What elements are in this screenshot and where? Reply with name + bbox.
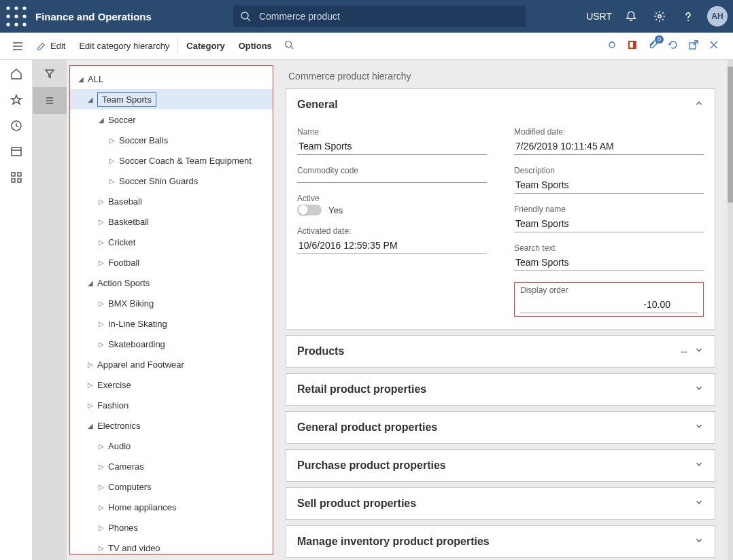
modified-field[interactable]: 7/26/2019 10:11:45 AM bbox=[514, 138, 704, 155]
tree-item[interactable]: ◢Soccer bbox=[70, 109, 273, 130]
caret-down-icon[interactable]: ◢ bbox=[77, 75, 85, 83]
tree-item[interactable]: ◢ALL bbox=[70, 69, 273, 89]
display-order-field[interactable]: -10.00 bbox=[520, 296, 698, 313]
nav-favorites-icon[interactable] bbox=[0, 94, 33, 106]
tree-item[interactable]: ◢Action Sports bbox=[70, 273, 273, 293]
global-search[interactable]: Commerce product bbox=[233, 5, 526, 27]
active-toggle[interactable]: Yes bbox=[297, 205, 487, 215]
tree-item[interactable]: ▷Apparel and Footwear bbox=[70, 354, 273, 374]
tree-item[interactable]: ▷Phones bbox=[70, 517, 273, 538]
caret-down-icon[interactable]: ◢ bbox=[86, 422, 95, 430]
caret-right-icon[interactable]: ▷ bbox=[97, 218, 105, 226]
panel-manage-inv-header[interactable]: Manage inventory product properties bbox=[286, 526, 715, 557]
tree-item[interactable]: ◢Electronics bbox=[70, 415, 273, 436]
caret-down-icon[interactable]: ◢ bbox=[86, 279, 95, 287]
close-icon[interactable] bbox=[709, 39, 719, 52]
tree-item[interactable]: ▷Soccer Coach & Team Equipment bbox=[70, 150, 273, 171]
panel-sell-header[interactable]: Sell product properties bbox=[286, 488, 715, 519]
panel-products-header[interactable]: Products -- bbox=[286, 336, 715, 367]
tree-item[interactable]: ▷Basketball bbox=[70, 211, 273, 232]
tree-item[interactable]: ▷Exercise bbox=[70, 374, 273, 395]
caret-right-icon[interactable]: ▷ bbox=[97, 504, 105, 511]
tree-item[interactable]: ▷Cameras bbox=[70, 456, 273, 476]
svg-point-4 bbox=[14, 14, 18, 18]
nav-home-icon[interactable] bbox=[0, 68, 33, 80]
caret-right-icon[interactable]: ▷ bbox=[97, 300, 105, 307]
caret-right-icon[interactable]: ▷ bbox=[97, 442, 105, 450]
tree-item[interactable]: ▷Fashion bbox=[70, 395, 273, 415]
caret-right-icon[interactable]: ▷ bbox=[108, 157, 116, 164]
edit-button[interactable]: Edit bbox=[30, 33, 72, 60]
description-field[interactable]: Team Sports bbox=[514, 177, 704, 194]
caret-right-icon[interactable]: ▷ bbox=[97, 198, 105, 205]
panel-general-pp-header[interactable]: General product properties bbox=[286, 412, 715, 443]
tree-item[interactable]: ▷Audio bbox=[70, 436, 273, 456]
tree-item[interactable]: ▷BMX Biking bbox=[70, 293, 273, 313]
filter-pane-icon[interactable] bbox=[33, 60, 67, 87]
action-search-icon[interactable] bbox=[284, 40, 294, 52]
svg-point-9 bbox=[241, 12, 248, 19]
caret-right-icon[interactable]: ▷ bbox=[97, 239, 105, 246]
tree-item[interactable]: ▷Soccer Shin Guards bbox=[70, 171, 273, 191]
app-launcher-icon[interactable] bbox=[5, 5, 27, 27]
panel-retail-header[interactable]: Retail product properties bbox=[286, 374, 715, 405]
caret-down-icon[interactable]: ◢ bbox=[97, 116, 105, 124]
tree-item[interactable]: ▷Cricket bbox=[70, 232, 273, 252]
caret-right-icon[interactable]: ▷ bbox=[97, 259, 105, 266]
gear-icon[interactable] bbox=[646, 0, 673, 33]
panel-general-header[interactable]: General bbox=[286, 89, 715, 120]
panel-purchase-header[interactable]: Purchase product properties bbox=[286, 450, 715, 481]
tree-item[interactable]: ◢Team Sports bbox=[70, 89, 273, 109]
caret-down-icon[interactable]: ◢ bbox=[86, 96, 95, 103]
company-code[interactable]: USRT bbox=[586, 11, 612, 22]
scroll-thumb[interactable] bbox=[728, 67, 733, 203]
attachments-icon[interactable]: 0 bbox=[647, 39, 658, 52]
office-icon[interactable] bbox=[627, 39, 638, 52]
tree-item[interactable]: ▷Baseball bbox=[70, 191, 273, 211]
caret-right-icon[interactable]: ▷ bbox=[86, 381, 95, 389]
edit-category-hierarchy-button[interactable]: Edit category hierarchy bbox=[72, 33, 176, 60]
chevron-up-icon bbox=[694, 99, 704, 111]
tree-item[interactable]: ▷Skateboarding bbox=[70, 334, 273, 354]
scrollbar[interactable] bbox=[728, 60, 733, 560]
popout-icon[interactable] bbox=[688, 39, 699, 52]
help-icon[interactable] bbox=[675, 0, 702, 33]
caret-right-icon[interactable]: ▷ bbox=[97, 524, 105, 531]
category-tab[interactable]: Category bbox=[180, 33, 231, 60]
menu-icon[interactable] bbox=[5, 41, 30, 52]
caret-right-icon[interactable]: ▷ bbox=[97, 544, 105, 552]
tree-item[interactable]: ▷In-Line Skating bbox=[70, 313, 273, 334]
caret-right-icon[interactable]: ▷ bbox=[108, 137, 116, 144]
caret-right-icon[interactable]: ▷ bbox=[108, 177, 116, 185]
panel-general-pp: General product properties bbox=[286, 411, 715, 444]
nav-workspaces-icon[interactable] bbox=[0, 145, 33, 158]
activated-field[interactable]: 10/6/2016 12:59:35 PM bbox=[297, 237, 487, 254]
tree-item[interactable]: ▷Computers bbox=[70, 476, 273, 497]
tree-item[interactable]: ▷TV and video bbox=[70, 538, 273, 555]
caret-right-icon[interactable]: ▷ bbox=[97, 340, 105, 348]
caret-right-icon[interactable]: ▷ bbox=[86, 402, 95, 409]
user-avatar[interactable]: AH bbox=[707, 6, 728, 27]
tree-item-label: Football bbox=[108, 258, 139, 268]
caret-right-icon[interactable]: ▷ bbox=[86, 361, 95, 368]
notifications-icon[interactable] bbox=[617, 0, 645, 33]
tree-item[interactable]: ▷Football bbox=[70, 252, 273, 273]
caret-right-icon[interactable]: ▷ bbox=[97, 463, 105, 470]
commodity-field[interactable] bbox=[297, 177, 487, 183]
link-icon[interactable] bbox=[607, 39, 617, 52]
tree-item[interactable]: ▷Soccer Balls bbox=[70, 130, 273, 150]
caret-right-icon[interactable]: ▷ bbox=[97, 483, 105, 491]
friendly-field[interactable]: Team Sports bbox=[514, 215, 704, 232]
nav-modules-icon[interactable] bbox=[0, 171, 33, 183]
refresh-icon[interactable] bbox=[668, 39, 679, 52]
list-pane-icon[interactable] bbox=[33, 87, 67, 114]
searchtext-field[interactable]: Team Sports bbox=[514, 254, 704, 271]
options-tab[interactable]: Options bbox=[232, 33, 279, 60]
caret-right-icon[interactable]: ▷ bbox=[97, 320, 105, 328]
tree-item-label: Skateboarding bbox=[108, 339, 165, 349]
content-area: ◢ALL◢Team Sports◢Soccer▷Soccer Balls▷Soc… bbox=[0, 60, 733, 560]
nav-recent-icon[interactable] bbox=[0, 120, 33, 132]
name-field[interactable]: Team Sports bbox=[297, 138, 487, 155]
tree-item[interactable]: ▷Home appliances bbox=[70, 497, 273, 517]
tree-item-label: Basketball bbox=[108, 217, 149, 227]
